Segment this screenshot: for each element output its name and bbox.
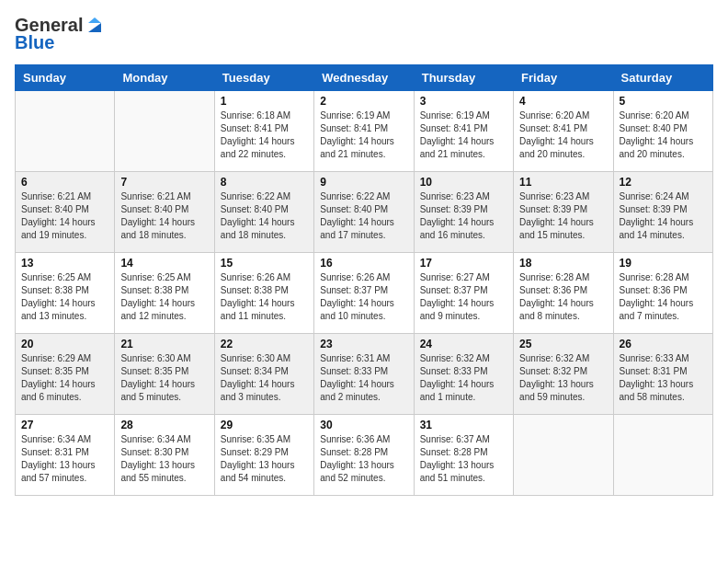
day-number: 15 [221, 257, 308, 270]
day-number: 1 [221, 95, 308, 108]
day-info: Sunrise: 6:32 AMSunset: 8:32 PMDaylight:… [519, 352, 607, 404]
day-number: 16 [320, 257, 407, 270]
day-info: Sunrise: 6:36 AMSunset: 8:28 PMDaylight:… [320, 433, 407, 485]
calendar-day-cell: 31Sunrise: 6:37 AMSunset: 8:28 PMDayligh… [414, 415, 513, 496]
day-number: 5 [620, 95, 707, 108]
day-info: Sunrise: 6:21 AMSunset: 8:40 PMDaylight:… [21, 190, 108, 242]
calendar-week-row: 1Sunrise: 6:18 AMSunset: 8:41 PMDaylight… [16, 91, 713, 172]
day-info: Sunrise: 6:34 AMSunset: 8:30 PMDaylight:… [120, 433, 208, 485]
day-number: 7 [120, 176, 208, 189]
day-number: 13 [21, 257, 108, 270]
day-number: 10 [420, 176, 507, 189]
day-number: 20 [21, 338, 108, 350]
calendar-day-cell: 5Sunrise: 6:20 AMSunset: 8:40 PMDaylight… [613, 91, 712, 172]
day-info: Sunrise: 6:25 AMSunset: 8:38 PMDaylight:… [120, 271, 208, 323]
day-number: 3 [420, 95, 507, 108]
day-info: Sunrise: 6:22 AMSunset: 8:40 PMDaylight:… [221, 190, 308, 242]
calendar-day-cell: 6Sunrise: 6:21 AMSunset: 8:40 PMDaylight… [16, 172, 115, 253]
day-number: 24 [420, 338, 507, 350]
calendar-day-cell: 4Sunrise: 6:20 AMSunset: 8:41 PMDaylight… [514, 91, 613, 172]
logo-blue-text: Blue [15, 32, 54, 53]
calendar-day-cell: 29Sunrise: 6:35 AMSunset: 8:29 PMDayligh… [214, 415, 313, 496]
day-header-monday: Monday [115, 65, 214, 91]
calendar-day-cell: 12Sunrise: 6:24 AMSunset: 8:39 PMDayligh… [613, 172, 712, 253]
calendar-day-cell: 1Sunrise: 6:18 AMSunset: 8:41 PMDaylight… [214, 91, 313, 172]
page-header: General Blue [15, 15, 713, 53]
calendar-day-cell: 18Sunrise: 6:28 AMSunset: 8:36 PMDayligh… [514, 253, 613, 334]
day-info: Sunrise: 6:28 AMSunset: 8:36 PMDaylight:… [519, 271, 607, 323]
day-number: 25 [519, 338, 607, 350]
day-info: Sunrise: 6:23 AMSunset: 8:39 PMDaylight:… [420, 190, 507, 242]
day-number: 23 [320, 338, 407, 350]
day-info: Sunrise: 6:22 AMSunset: 8:40 PMDaylight:… [320, 190, 407, 242]
svg-marker-0 [88, 23, 101, 32]
calendar-day-cell: 11Sunrise: 6:23 AMSunset: 8:39 PMDayligh… [514, 172, 613, 253]
day-info: Sunrise: 6:26 AMSunset: 8:38 PMDaylight:… [221, 271, 308, 323]
day-info: Sunrise: 6:32 AMSunset: 8:33 PMDaylight:… [420, 352, 507, 404]
calendar-day-cell: 28Sunrise: 6:34 AMSunset: 8:30 PMDayligh… [115, 415, 214, 496]
day-number: 11 [519, 176, 607, 189]
day-info: Sunrise: 6:19 AMSunset: 8:41 PMDaylight:… [420, 109, 507, 161]
calendar-week-row: 6Sunrise: 6:21 AMSunset: 8:40 PMDaylight… [16, 172, 713, 253]
day-header-sunday: Sunday [16, 65, 115, 91]
calendar-day-cell: 23Sunrise: 6:31 AMSunset: 8:33 PMDayligh… [314, 334, 414, 415]
calendar-day-cell: 3Sunrise: 6:19 AMSunset: 8:41 PMDaylight… [414, 91, 513, 172]
day-number: 19 [620, 257, 707, 270]
calendar-week-row: 27Sunrise: 6:34 AMSunset: 8:31 PMDayligh… [16, 415, 713, 496]
day-info: Sunrise: 6:26 AMSunset: 8:37 PMDaylight:… [320, 271, 407, 323]
day-header-friday: Friday [514, 65, 613, 91]
day-info: Sunrise: 6:34 AMSunset: 8:31 PMDaylight:… [21, 433, 108, 485]
calendar-day-cell: 8Sunrise: 6:22 AMSunset: 8:40 PMDaylight… [214, 172, 313, 253]
day-number: 9 [320, 176, 407, 189]
day-number: 22 [221, 338, 308, 350]
calendar-day-cell: 15Sunrise: 6:26 AMSunset: 8:38 PMDayligh… [214, 253, 313, 334]
calendar-day-cell: 24Sunrise: 6:32 AMSunset: 8:33 PMDayligh… [414, 334, 513, 415]
calendar-day-cell: 9Sunrise: 6:22 AMSunset: 8:40 PMDaylight… [314, 172, 414, 253]
day-number: 6 [21, 176, 108, 189]
day-info: Sunrise: 6:27 AMSunset: 8:37 PMDaylight:… [420, 271, 507, 323]
day-info: Sunrise: 6:18 AMSunset: 8:41 PMDaylight:… [221, 109, 308, 161]
day-header-tuesday: Tuesday [214, 65, 313, 91]
calendar-table: SundayMondayTuesdayWednesdayThursdayFrid… [15, 64, 713, 496]
calendar-day-cell: 16Sunrise: 6:26 AMSunset: 8:37 PMDayligh… [314, 253, 414, 334]
day-number: 18 [519, 257, 607, 270]
calendar-day-cell [16, 91, 115, 172]
calendar-day-cell [514, 415, 613, 496]
day-number: 31 [420, 419, 507, 431]
day-info: Sunrise: 6:30 AMSunset: 8:35 PMDaylight:… [120, 352, 208, 404]
calendar-day-cell: 26Sunrise: 6:33 AMSunset: 8:31 PMDayligh… [613, 334, 712, 415]
calendar-day-cell: 20Sunrise: 6:29 AMSunset: 8:35 PMDayligh… [16, 334, 115, 415]
day-number: 21 [120, 338, 208, 350]
calendar-day-cell: 25Sunrise: 6:32 AMSunset: 8:32 PMDayligh… [514, 334, 613, 415]
day-info: Sunrise: 6:29 AMSunset: 8:35 PMDaylight:… [21, 352, 108, 404]
calendar-day-cell [613, 415, 712, 496]
calendar-week-row: 13Sunrise: 6:25 AMSunset: 8:38 PMDayligh… [16, 253, 713, 334]
day-info: Sunrise: 6:31 AMSunset: 8:33 PMDaylight:… [320, 352, 407, 404]
logo-icon [85, 16, 105, 36]
logo: General Blue [15, 15, 105, 53]
day-info: Sunrise: 6:35 AMSunset: 8:29 PMDaylight:… [221, 433, 308, 485]
calendar-week-row: 20Sunrise: 6:29 AMSunset: 8:35 PMDayligh… [16, 334, 713, 415]
day-header-thursday: Thursday [414, 65, 513, 91]
day-info: Sunrise: 6:21 AMSunset: 8:40 PMDaylight:… [120, 190, 208, 242]
day-info: Sunrise: 6:30 AMSunset: 8:34 PMDaylight:… [221, 352, 308, 404]
day-number: 4 [519, 95, 607, 108]
calendar-day-cell: 21Sunrise: 6:30 AMSunset: 8:35 PMDayligh… [115, 334, 214, 415]
day-number: 28 [120, 419, 208, 431]
day-info: Sunrise: 6:23 AMSunset: 8:39 PMDaylight:… [519, 190, 607, 242]
day-info: Sunrise: 6:20 AMSunset: 8:40 PMDaylight:… [620, 109, 707, 161]
calendar-day-cell: 17Sunrise: 6:27 AMSunset: 8:37 PMDayligh… [414, 253, 513, 334]
day-info: Sunrise: 6:28 AMSunset: 8:36 PMDaylight:… [620, 271, 707, 323]
day-number: 2 [320, 95, 407, 108]
day-info: Sunrise: 6:37 AMSunset: 8:28 PMDaylight:… [420, 433, 507, 485]
day-info: Sunrise: 6:25 AMSunset: 8:38 PMDaylight:… [21, 271, 108, 323]
calendar-day-cell: 22Sunrise: 6:30 AMSunset: 8:34 PMDayligh… [214, 334, 313, 415]
calendar-day-cell: 7Sunrise: 6:21 AMSunset: 8:40 PMDaylight… [115, 172, 214, 253]
calendar-day-cell: 19Sunrise: 6:28 AMSunset: 8:36 PMDayligh… [613, 253, 712, 334]
calendar-day-cell: 2Sunrise: 6:19 AMSunset: 8:41 PMDaylight… [314, 91, 414, 172]
day-number: 14 [120, 257, 208, 270]
day-number: 8 [221, 176, 308, 189]
calendar-day-cell: 10Sunrise: 6:23 AMSunset: 8:39 PMDayligh… [414, 172, 513, 253]
day-number: 26 [620, 338, 707, 350]
day-number: 27 [21, 419, 108, 431]
